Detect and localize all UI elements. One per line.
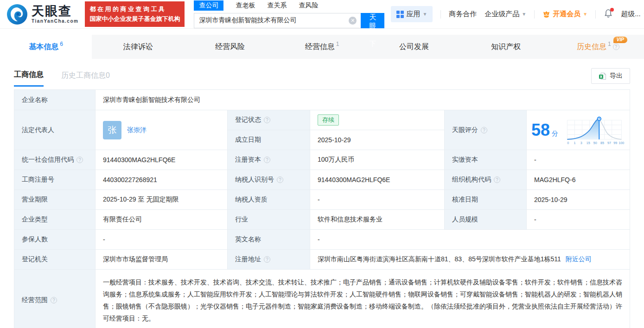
menu-apps[interactable]: 应用 ▼ xyxy=(391,6,433,22)
tab-legal-proceedings[interactable]: 法律诉讼 xyxy=(92,35,184,59)
search-input[interactable] xyxy=(194,13,361,28)
clear-icon[interactable]: ✕ xyxy=(349,17,357,25)
industry-value: 软件和信息技术服务业 xyxy=(310,210,445,230)
help-icon[interactable]: ? xyxy=(494,177,500,183)
tab-intellectual-property[interactable]: 知识产权 xyxy=(460,35,552,59)
axis-tick: 0 xyxy=(567,141,569,145)
insured-value: - xyxy=(96,230,228,250)
tab-company-development[interactable]: 公司发展 xyxy=(368,35,460,59)
avatar[interactable]: 张 xyxy=(103,121,121,139)
chevron-down-icon: ▼ xyxy=(422,12,427,17)
business-info-table: 企业名称 深圳市青睐创新智能技术有限公司 法定代表人 张 张崇洋 登记状态? 存… xyxy=(14,89,630,328)
search-block: 查公司 查老板 查关系 查风险 ✕ 天眼一下 xyxy=(194,0,384,28)
axis-tick: 99 xyxy=(613,141,617,145)
industry-label: 行业 xyxy=(228,210,310,230)
help-icon[interactable]: ? xyxy=(264,256,270,263)
subtab-history-business-info[interactable]: 历史工商信息0 xyxy=(61,71,110,86)
axis-tick: 15 xyxy=(587,141,590,145)
excel-icon xyxy=(599,72,606,80)
reg-capital-label: 注册资本? xyxy=(228,150,310,170)
company-name-value: 深圳市青睐创新智能技术有限公司 xyxy=(96,90,630,110)
business-term-label: 营业期限 xyxy=(14,190,96,210)
tab-operation-info[interactable]: 经营信息1 xyxy=(276,35,368,59)
approval-date-value: 2025-10-29 xyxy=(527,190,630,210)
reg-authority-label: 登记机关 xyxy=(14,250,96,270)
menu-divider xyxy=(534,10,535,19)
subtab-business-info[interactable]: 工商信息 xyxy=(14,70,44,87)
tab-count: 6 xyxy=(60,41,63,47)
taxpayer-id-value: 91440300MAG2HLFQ6E xyxy=(310,170,445,190)
axis-tick: 97 xyxy=(607,141,611,145)
tab-label: 知识产权 xyxy=(491,42,521,52)
paid-capital-label: 实缴资本 xyxy=(445,150,527,170)
reg-number-value: 440300227268921 xyxy=(96,170,228,190)
tab-basic-info[interactable]: 基本信息6 xyxy=(0,35,92,59)
tianyancha-logo-icon xyxy=(6,4,28,25)
main-tabbar: 基本信息6 法律诉讼 经营风险 经营信息1 公司发展 知识产权 VIP 历史信息… xyxy=(0,35,644,59)
menu-business-cooperation[interactable]: 商务合作 xyxy=(449,10,477,19)
english-name-value: - xyxy=(310,230,630,250)
notification-dot xyxy=(610,8,614,12)
menu-apps-label: 应用 xyxy=(406,10,420,19)
score-label: 天眼评分? xyxy=(445,110,527,150)
help-icon[interactable]: ? xyxy=(77,157,83,163)
english-name-label: 英文名称 xyxy=(228,230,310,250)
nearby-companies-link[interactable]: 附近公司 xyxy=(566,255,592,264)
axis-tick: 3 xyxy=(580,141,582,145)
taxpayer-quality-label: 纳税人资质 xyxy=(228,190,310,210)
menu-enterprise-products[interactable]: 企业级产品 ▼ xyxy=(485,10,526,19)
legal-rep-value: 张 张崇洋 xyxy=(96,110,228,150)
taxpayer-quality-value: - xyxy=(310,190,445,210)
logo-domain: TianYanCha.com xyxy=(32,19,78,24)
help-icon[interactable]: ? xyxy=(613,44,619,50)
reg-authority-value: 深圳市市场监督管理局 xyxy=(96,250,228,270)
company-type-value: 有限责任公司 xyxy=(96,210,228,230)
search-tabs: 查公司 查老板 查关系 查风险 xyxy=(194,0,384,11)
tab-operation-risk[interactable]: 经营风险 xyxy=(184,35,276,59)
help-icon[interactable]: ? xyxy=(277,177,283,183)
tab-label: 公司发展 xyxy=(399,42,429,52)
help-icon[interactable]: ? xyxy=(264,157,270,163)
tab-history-info[interactable]: VIP 历史信息1 ? xyxy=(552,35,644,59)
search-button[interactable]: 天眼一下 xyxy=(361,13,384,28)
tab-label: 历史信息 xyxy=(577,42,606,52)
menu-divider xyxy=(595,10,596,19)
search-tab-boss[interactable]: 查老板 xyxy=(236,1,255,10)
scope-label: 经营范围? xyxy=(14,270,96,328)
export-button[interactable]: 导出 xyxy=(591,68,630,84)
address-label: 注册地址? xyxy=(228,250,310,270)
apps-grid-icon xyxy=(396,11,404,18)
notifications-bell[interactable] xyxy=(604,9,613,19)
tab-label: 法律诉讼 xyxy=(123,42,153,52)
search-tab-company[interactable]: 查公司 xyxy=(194,0,223,11)
establish-date-value: 2025-10-29 xyxy=(310,130,445,150)
tab-count: 1 xyxy=(608,41,611,47)
reg-status-label: 登记状态? xyxy=(228,110,310,130)
help-icon[interactable]: ? xyxy=(51,297,57,303)
reg-number-label: 工商注册号 xyxy=(14,170,96,190)
crown-icon xyxy=(542,11,550,18)
legal-rep-link[interactable]: 张崇洋 xyxy=(127,126,147,134)
axis-tick: 100 xyxy=(619,141,625,145)
tab-label: 基本信息 xyxy=(29,42,58,52)
menu-super[interactable]: 超级... ▼ xyxy=(621,10,644,19)
staff-size-value: - xyxy=(527,210,630,230)
menu-vip-label: 开通会员 xyxy=(553,10,580,19)
export-label: 导出 xyxy=(610,72,623,80)
menu-business-label: 商务合作 xyxy=(449,10,477,19)
help-icon[interactable]: ? xyxy=(264,117,270,123)
help-icon[interactable]: ? xyxy=(481,127,487,133)
search-tab-risk[interactable]: 查风险 xyxy=(299,1,318,10)
search-tab-relation[interactable]: 查关系 xyxy=(267,1,287,10)
scope-value: 一般经营项目：技术服务、技术开发、技术咨询、技术交流、技术转让、技术推广；电子产… xyxy=(96,270,630,328)
scope-text: 一般经营项目：技术服务、技术开发、技术咨询、技术交流、技术转让、技术推广；电子产… xyxy=(103,276,622,324)
logo[interactable]: 天眼查 TianYanCha.com xyxy=(6,4,78,25)
address-value: 深圳市南山区粤海街道滨海社区高新南十道81、83、85号深圳市软件产业基地1栋5… xyxy=(310,250,630,270)
company-name-label: 企业名称 xyxy=(14,90,96,110)
tab-label: 经营信息 xyxy=(305,42,335,52)
menu-open-vip[interactable]: 开通会员 ▼ xyxy=(542,10,587,19)
tab-label: 经营风险 xyxy=(215,42,245,52)
legal-rep-label: 法定代表人 xyxy=(14,110,96,150)
slogan-banner: 都在用的商业查询工具 国家中小企业发展子基金旗下机构 xyxy=(85,1,185,26)
staff-size-label: 人员规模 xyxy=(445,210,527,230)
